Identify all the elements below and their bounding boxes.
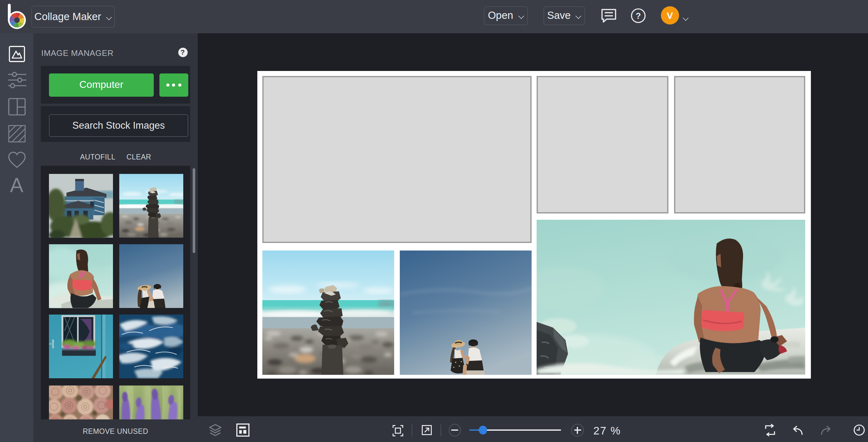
svg-text:?: ? bbox=[636, 11, 641, 21]
